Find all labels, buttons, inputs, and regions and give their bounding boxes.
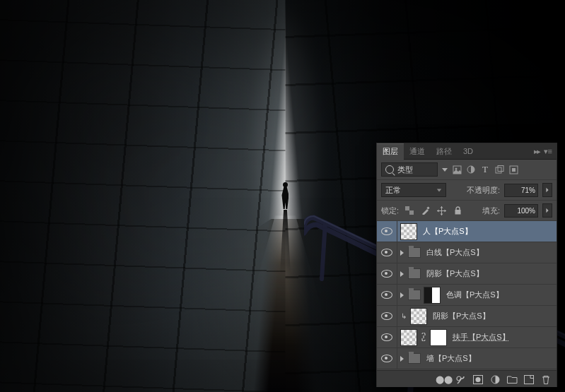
layer-name: 扶手【P大点S】 [453,332,510,343]
eye-icon [381,270,392,278]
layer-row[interactable]: 人【P大点S】 [377,221,557,242]
layer-thumbnail [410,308,427,325]
panel-footer: ⬤⬤ [377,370,557,387]
lock-position-icon[interactable] [436,205,448,217]
tab-3d[interactable]: 3D [458,143,479,159]
chevron-right-icon [546,208,548,213]
adjustment-layer-button[interactable] [487,373,503,386]
layer-list: 人【P大点S】白线【P大点S】阴影【P大点S】色调【P大点S】↳阴影【P大点S】… [377,221,557,369]
lock-transparent-icon[interactable] [403,205,415,217]
svg-rect-8 [512,168,516,172]
delete-layer-button[interactable] [538,373,554,386]
layer-name: 墙【P大点S】 [426,353,476,364]
tab-paths[interactable]: 路径 [431,143,458,159]
blend-mode-value: 正常 [385,185,401,196]
chevron-right-icon [546,188,548,192]
chevron-down-icon[interactable] [442,168,448,172]
lock-pixels-icon[interactable] [419,205,431,217]
layer-body[interactable]: 人【P大点S】 [397,221,557,242]
link-layers-button[interactable]: ⬤⬤ [436,373,452,386]
svg-rect-11 [409,210,414,215]
visibility-toggle[interactable] [377,263,397,284]
tab-channels[interactable]: 通道 [404,143,431,159]
svg-rect-12 [426,206,429,209]
opacity-slider[interactable] [542,183,552,197]
svg-rect-10 [405,206,409,210]
disclosure-triangle-icon[interactable] [400,292,404,298]
layer-row[interactable]: 白线【P大点S】 [377,242,557,263]
opacity-label: 不透明度: [467,185,500,196]
folder-icon [408,268,421,279]
tab-layers[interactable]: 图层 [377,143,404,160]
filter-smart-icon[interactable] [508,165,518,174]
layer-row[interactable]: 色调【P大点S】 [377,285,557,306]
fill-slider[interactable] [542,203,552,218]
eye-icon [381,333,392,341]
filter-adjust-icon[interactable] [466,165,476,174]
visibility-toggle[interactable] [377,221,397,242]
filter-text-icon[interactable]: T [480,165,490,174]
layer-style-button[interactable] [453,373,469,386]
layer-body[interactable]: ↳阴影【P大点S】 [397,306,557,326]
svg-rect-6 [498,166,503,172]
layer-name: 白线【P大点S】 [426,247,484,258]
svg-rect-18 [525,375,534,384]
layer-thumbnail [400,329,417,346]
layer-row[interactable]: 扶手【P大点S】 [377,327,557,348]
folder-icon [408,290,421,300]
disclosure-triangle-icon[interactable] [400,356,404,362]
layer-name: 色调【P大点S】 [446,290,503,300]
svg-rect-13 [455,210,461,215]
layers-panel: 图层 通道 路径 3D ▸▸ ▾≡ 类型 T 正常 不透明度: 71% [376,143,557,387]
panel-menu-icon[interactable]: ▾≡ [544,147,552,156]
svg-rect-5 [496,167,501,173]
filter-shape-icon[interactable] [494,165,504,174]
panel-tabs: 图层 通道 路径 3D ▸▸ ▾≡ [377,143,557,160]
fill-input[interactable]: 100% [504,204,538,218]
chevron-down-icon [437,189,441,191]
search-icon [385,165,394,174]
filter-pixel-icon[interactable] [452,165,462,174]
filter-kind-select[interactable]: 类型 [381,162,438,177]
eye-icon [381,249,392,256]
eye-icon [381,355,392,362]
fill-label: 填充: [482,206,500,216]
human-figure [280,182,290,210]
eye-icon [381,312,392,320]
layer-row[interactable]: ↳阴影【P大点S】 [377,306,557,327]
layer-body[interactable]: 阴影【P大点S】 [397,263,557,284]
layer-body[interactable]: 白线【P大点S】 [397,242,557,263]
lock-all-icon[interactable] [452,205,464,217]
clip-icon: ↳ [401,312,407,320]
blend-mode-select[interactable]: 正常 [381,183,446,197]
visibility-toggle[interactable] [377,242,397,263]
layer-body[interactable]: 色调【P大点S】 [397,285,557,305]
layer-thumbnail [400,223,417,240]
blend-row: 正常 不透明度: 71% [377,180,557,201]
disclosure-triangle-icon[interactable] [400,250,404,256]
layer-row[interactable]: 墙【P大点S】 [377,348,557,369]
layer-body[interactable]: 扶手【P大点S】 [397,327,557,348]
layer-name: 阴影【P大点S】 [426,268,484,279]
visibility-toggle[interactable] [377,285,397,305]
new-layer-button[interactable] [521,373,537,386]
link-icon [421,333,426,343]
disclosure-triangle-icon[interactable] [400,271,404,277]
layer-name: 人【P大点S】 [423,226,472,237]
opacity-input[interactable]: 71% [504,184,538,197]
new-group-button[interactable] [504,373,520,386]
visibility-toggle[interactable] [377,327,397,348]
eye-icon [381,291,392,299]
layer-mask-thumbnail [424,287,441,304]
layer-mask-button[interactable] [470,373,486,386]
eye-icon [381,227,392,235]
visibility-toggle[interactable] [377,306,397,326]
collapse-icon[interactable]: ▸▸ [534,147,540,156]
folder-icon [408,353,421,364]
filter-row: 类型 T [377,160,557,180]
visibility-toggle[interactable] [377,348,397,369]
lock-label: 锁定: [381,206,399,216]
layer-row[interactable]: 阴影【P大点S】 [377,263,557,285]
layer-name: 阴影【P大点S】 [433,311,490,321]
layer-body[interactable]: 墙【P大点S】 [397,348,557,369]
